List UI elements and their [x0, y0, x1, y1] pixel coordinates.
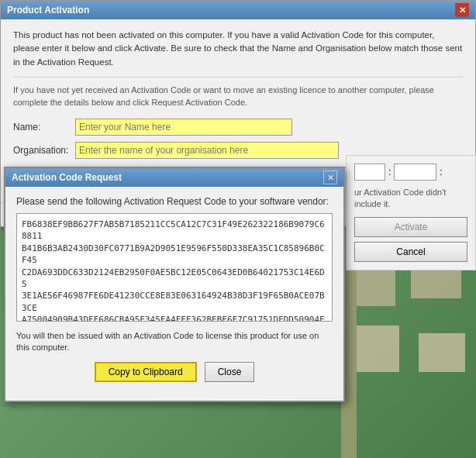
- close-dialog-button[interactable]: Close: [205, 362, 255, 382]
- close-icon: ✕: [327, 173, 334, 183]
- product-activation-close-button[interactable]: ✕: [455, 3, 469, 17]
- activation-dialog-close-button[interactable]: ✕: [323, 170, 337, 184]
- colon-separator-1: :: [388, 167, 391, 177]
- activation-dialog-title: Activation Code Request: [12, 172, 122, 183]
- dialog-footer-text: You will then be issued with an Activati…: [16, 330, 333, 354]
- activation-sub-info-text: If you have not yet received an Activati…: [13, 84, 463, 109]
- colon-separator-2: :: [440, 167, 442, 177]
- code-input-1[interactable]: [354, 164, 385, 181]
- dialog-instruction-text: Please send the following Activation Req…: [16, 196, 333, 207]
- product-activation-titlebar: Product Activation ✕: [1, 1, 475, 19]
- dialog-buttons: Copy to Clipboard Close: [16, 362, 333, 391]
- right-panel: : : ur Activation Code didn't include it…: [346, 155, 476, 270]
- copy-to-clipboard-button[interactable]: Copy to Clipboard: [95, 362, 197, 382]
- svg-rect-8: [419, 333, 465, 372]
- activation-info-text: This product has not been activated on t…: [13, 29, 463, 69]
- name-row: Name:: [13, 119, 463, 136]
- product-activation-title: Product Activation: [7, 5, 89, 15]
- activation-code-textarea[interactable]: FB6838EF9BB627F7AB5B7185211CC5CA12C7C31F…: [16, 213, 333, 322]
- cancel-button[interactable]: Cancel: [354, 242, 467, 262]
- close-icon: ✕: [459, 5, 466, 15]
- svg-rect-7: [357, 325, 399, 372]
- section-divider: [13, 77, 463, 77]
- activation-dialog-titlebar: Activation Code Request ✕: [5, 168, 343, 187]
- organisation-label: Organisation:: [13, 145, 75, 156]
- code-input-2[interactable]: [394, 164, 436, 181]
- name-label: Name:: [13, 122, 75, 133]
- right-input-row: : :: [354, 164, 467, 181]
- activate-button[interactable]: Activate: [354, 217, 467, 237]
- activation-code-dialog: Activation Code Request ✕ Please send th…: [4, 167, 345, 402]
- organisation-input[interactable]: [75, 142, 339, 159]
- name-input[interactable]: [75, 119, 292, 136]
- activation-dialog-content: Please send the following Activation Req…: [5, 187, 343, 401]
- right-info-text: ur Activation Code didn't include it.: [354, 187, 467, 211]
